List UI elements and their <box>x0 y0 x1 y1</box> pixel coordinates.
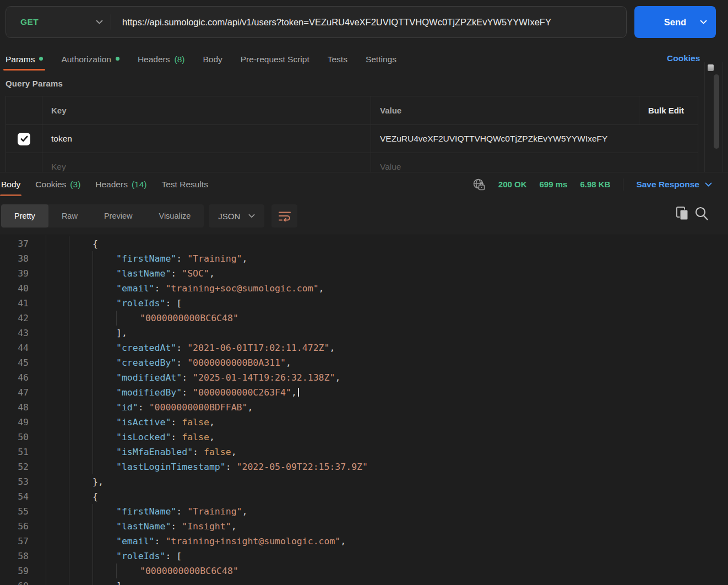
param-key-input[interactable]: token <box>42 125 371 153</box>
line-number: 44 <box>0 340 29 355</box>
request-tab-body[interactable]: Body <box>203 48 222 71</box>
response-body-code[interactable]: 37{38"firstName": "Training",39"lastName… <box>0 235 728 585</box>
indent-guide <box>69 415 69 430</box>
response-tab-test-results[interactable]: Test Results <box>161 172 208 196</box>
code-line: 37{ <box>0 236 728 251</box>
code-text: "roleIds": [ <box>116 296 182 311</box>
indent-guide <box>93 549 93 564</box>
token-pun: , <box>209 432 215 442</box>
request-tab-pre-request-script[interactable]: Pre-request Script <box>241 48 309 71</box>
response-tab-headers[interactable]: Headers(14) <box>95 172 146 196</box>
token-pun: : <box>182 387 193 398</box>
token-pun: : <box>171 432 182 442</box>
bulk-edit-button[interactable]: Bulk Edit <box>639 96 698 124</box>
indent-guide <box>69 370 69 385</box>
method-select[interactable]: GET <box>6 17 111 27</box>
request-tab-params[interactable]: Params <box>6 48 43 71</box>
indent-guide <box>93 578 93 585</box>
code-line: 52"lastLoginTimestamp": "2022-05-09T22:1… <box>0 459 728 474</box>
indent-guide <box>93 534 93 549</box>
code-line-content: "modifiedAt": "2025-01-14T19:26:32.138Z"… <box>46 370 706 385</box>
code-text: "firstName": "Training", <box>116 251 247 266</box>
param-checkbox[interactable] <box>18 133 30 145</box>
api-client-window: GET https://api.sumologic.com/api/v1/use… <box>0 0 728 585</box>
response-tab-body[interactable]: Body <box>1 172 20 196</box>
line-number: 57 <box>0 534 29 549</box>
line-number: 43 <box>0 326 29 340</box>
tab-label: Tests <box>328 55 347 64</box>
method-label: GET <box>20 17 39 27</box>
tab-label: Params <box>6 55 35 64</box>
indent-guide <box>69 385 69 400</box>
view-tab-visualize[interactable]: Visualize <box>145 204 204 228</box>
send-options-chevron-icon[interactable] <box>700 20 707 24</box>
indent-guide <box>69 430 69 445</box>
token-pun: , <box>329 343 335 353</box>
token-key: "email" <box>116 283 155 294</box>
code-line-content: "roleIds": [ <box>46 549 706 564</box>
chevron-down-icon <box>96 20 103 24</box>
code-text: "email": "training+soc@sumologic.com", <box>116 281 324 296</box>
line-number: 42 <box>0 311 29 326</box>
chevron-down-icon <box>248 214 255 218</box>
meta-divider <box>623 178 623 191</box>
indent-guide <box>69 578 69 585</box>
code-text: ] <box>116 578 122 585</box>
search-response-button[interactable] <box>694 206 709 221</box>
code-line-content: "lastLoginTimestamp": "2022-05-09T22:15:… <box>46 459 706 474</box>
request-tab-authorization[interactable]: Authorization <box>61 48 119 71</box>
format-select[interactable]: JSON <box>209 204 264 228</box>
indent-guide <box>93 504 93 519</box>
token-str: "Training" <box>187 506 242 517</box>
token-pun: ], <box>116 328 127 338</box>
save-response-button[interactable]: Save Response <box>636 180 712 189</box>
word-wrap-icon <box>279 211 291 221</box>
code-line-content: ] <box>46 578 706 585</box>
column-header-value: Value <box>371 96 639 124</box>
indent-guide <box>93 445 93 459</box>
network-globe-lock-icon[interactable] <box>472 178 486 191</box>
line-number: 58 <box>0 549 29 564</box>
indent-guide <box>69 355 69 370</box>
request-tab-headers[interactable]: Headers(8) <box>138 48 185 71</box>
request-tab-tests[interactable]: Tests <box>328 48 347 71</box>
response-meta: 200 OK 699 ms 6.98 KB Save Response <box>472 172 712 196</box>
url-bar-divider <box>111 14 111 30</box>
view-tab-preview[interactable]: Preview <box>91 204 146 228</box>
code-line: 42"0000000000BC6C48" <box>0 311 728 326</box>
indent-guide <box>93 519 93 534</box>
view-tab-pretty[interactable]: Pretty <box>1 204 48 228</box>
copy-response-button[interactable] <box>676 207 689 221</box>
token-key: "lastName" <box>116 521 171 532</box>
params-scrollbar[interactable] <box>714 74 719 149</box>
indent-guide <box>93 296 93 311</box>
line-number: 48 <box>0 400 29 415</box>
code-text: "firstName": "Training", <box>116 504 247 519</box>
token-key: "createdBy" <box>116 358 176 368</box>
token-key: "isLocked" <box>116 432 171 442</box>
indent-guide <box>93 281 93 296</box>
request-tab-settings[interactable]: Settings <box>366 48 396 71</box>
line-number: 56 <box>0 519 29 534</box>
token-key: "lastLoginTimestamp" <box>116 462 226 472</box>
send-button[interactable]: Send <box>634 6 716 38</box>
tab-label: Settings <box>366 55 396 64</box>
response-tab-cookies[interactable]: Cookies(3) <box>35 172 80 196</box>
code-scrollbar-thumb[interactable] <box>708 64 714 71</box>
url-input[interactable]: https://api.sumologic.com/api/v1/users?t… <box>122 17 551 28</box>
code-line-content: }, <box>46 474 706 489</box>
word-wrap-button[interactable] <box>271 204 297 228</box>
token-pun: : <box>226 462 237 472</box>
code-text: "email": "training+insight@sumologic.com… <box>116 534 346 549</box>
chevron-down-icon <box>705 182 712 187</box>
code-text: }, <box>93 474 104 489</box>
view-mode-segmented-control: PrettyRawPreviewVisualize <box>1 204 204 228</box>
token-str: "SOC" <box>182 268 209 279</box>
param-value-input[interactable]: VEZuRU4veXF2UVIQTTVHQWc0TjZPZkEvYW5YYWIx… <box>371 125 698 153</box>
cookies-link[interactable]: Cookies <box>667 53 700 63</box>
line-number: 54 <box>0 489 29 504</box>
view-tab-raw[interactable]: Raw <box>48 204 91 228</box>
code-text: "createdAt": "2021-06-01T17:02:11.472Z", <box>116 340 335 355</box>
line-number: 52 <box>0 459 29 474</box>
response-tabs: BodyCookies(3)Headers(14)Test Results <box>1 172 208 196</box>
